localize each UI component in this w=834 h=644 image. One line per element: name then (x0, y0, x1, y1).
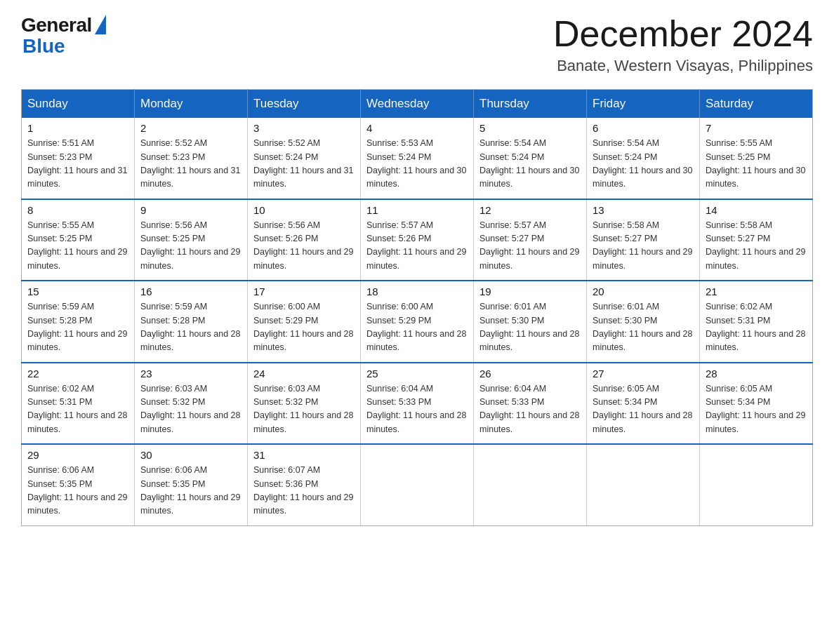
calendar-cell: 12Sunrise: 5:57 AMSunset: 5:27 PMDayligh… (474, 199, 587, 281)
day-info: Sunrise: 6:00 AMSunset: 5:29 PMDaylight:… (253, 300, 355, 355)
calendar-cell: 2Sunrise: 5:52 AMSunset: 5:23 PMDaylight… (135, 118, 248, 199)
location-subtitle: Banate, Western Visayas, Philippines (553, 57, 813, 75)
day-info: Sunrise: 5:55 AMSunset: 5:25 PMDaylight:… (706, 137, 807, 192)
calendar-cell: 21Sunrise: 6:02 AMSunset: 5:31 PMDayligh… (700, 281, 813, 363)
logo-triangle-icon (95, 15, 106, 34)
day-number: 9 (140, 204, 241, 216)
day-info: Sunrise: 6:05 AMSunset: 5:34 PMDaylight:… (706, 382, 807, 437)
day-info: Sunrise: 5:53 AMSunset: 5:24 PMDaylight:… (366, 137, 468, 192)
day-info: Sunrise: 6:00 AMSunset: 5:29 PMDaylight:… (366, 300, 468, 355)
day-info: Sunrise: 6:02 AMSunset: 5:31 PMDaylight:… (706, 300, 807, 355)
day-info: Sunrise: 6:01 AMSunset: 5:30 PMDaylight:… (479, 300, 581, 355)
day-number: 1 (27, 122, 128, 134)
day-info: Sunrise: 6:04 AMSunset: 5:33 PMDaylight:… (366, 382, 468, 437)
calendar-cell: 18Sunrise: 6:00 AMSunset: 5:29 PMDayligh… (361, 281, 474, 363)
calendar-cell: 30Sunrise: 6:06 AMSunset: 5:35 PMDayligh… (135, 444, 248, 525)
logo: General Blue (21, 14, 106, 58)
calendar-cell: 11Sunrise: 5:57 AMSunset: 5:26 PMDayligh… (361, 199, 474, 281)
day-number: 10 (253, 204, 355, 216)
day-number: 24 (253, 368, 355, 380)
calendar-cell: 17Sunrise: 6:00 AMSunset: 5:29 PMDayligh… (248, 281, 361, 363)
calendar-week-5: 29Sunrise: 6:06 AMSunset: 5:35 PMDayligh… (22, 444, 813, 525)
day-number: 25 (366, 368, 468, 380)
day-info: Sunrise: 5:56 AMSunset: 5:25 PMDaylight:… (140, 219, 241, 274)
day-number: 2 (140, 122, 241, 134)
calendar-cell: 13Sunrise: 5:58 AMSunset: 5:27 PMDayligh… (587, 199, 700, 281)
day-info: Sunrise: 5:54 AMSunset: 5:24 PMDaylight:… (593, 137, 694, 192)
logo-general-text: General (21, 14, 92, 36)
day-info: Sunrise: 6:07 AMSunset: 5:36 PMDaylight:… (253, 464, 355, 518)
calendar-cell (474, 444, 587, 525)
calendar-cell: 9Sunrise: 5:56 AMSunset: 5:25 PMDaylight… (135, 199, 248, 281)
day-info: Sunrise: 5:59 AMSunset: 5:28 PMDaylight:… (140, 300, 241, 355)
calendar-cell (700, 444, 813, 525)
calendar-cell: 25Sunrise: 6:04 AMSunset: 5:33 PMDayligh… (361, 363, 474, 445)
day-info: Sunrise: 5:51 AMSunset: 5:23 PMDaylight:… (27, 137, 128, 192)
calendar-cell (361, 444, 474, 525)
day-number: 22 (27, 368, 128, 380)
col-header-saturday: Saturday (700, 90, 813, 119)
day-info: Sunrise: 6:06 AMSunset: 5:35 PMDaylight:… (140, 464, 241, 518)
day-number: 29 (27, 449, 128, 461)
day-info: Sunrise: 5:52 AMSunset: 5:23 PMDaylight:… (140, 137, 241, 192)
col-header-thursday: Thursday (474, 90, 587, 119)
calendar-header-row: SundayMondayTuesdayWednesdayThursdayFrid… (22, 90, 813, 119)
day-number: 28 (706, 368, 807, 380)
calendar-week-1: 1Sunrise: 5:51 AMSunset: 5:23 PMDaylight… (22, 118, 813, 199)
calendar-cell: 3Sunrise: 5:52 AMSunset: 5:24 PMDaylight… (248, 118, 361, 199)
day-number: 31 (253, 449, 355, 461)
day-number: 17 (253, 286, 355, 297)
day-info: Sunrise: 5:55 AMSunset: 5:25 PMDaylight:… (27, 219, 128, 274)
calendar-cell: 10Sunrise: 5:56 AMSunset: 5:26 PMDayligh… (248, 199, 361, 281)
col-header-sunday: Sunday (22, 90, 135, 119)
logo-blue-text: Blue (22, 35, 65, 58)
calendar-cell: 7Sunrise: 5:55 AMSunset: 5:25 PMDaylight… (700, 118, 813, 199)
day-info: Sunrise: 5:56 AMSunset: 5:26 PMDaylight:… (253, 219, 355, 274)
day-info: Sunrise: 5:59 AMSunset: 5:28 PMDaylight:… (27, 300, 128, 355)
calendar-cell: 29Sunrise: 6:06 AMSunset: 5:35 PMDayligh… (22, 444, 135, 525)
day-number: 26 (479, 368, 581, 380)
day-number: 18 (366, 286, 468, 297)
day-info: Sunrise: 6:05 AMSunset: 5:34 PMDaylight:… (593, 382, 694, 437)
day-number: 12 (479, 204, 581, 216)
day-number: 15 (27, 286, 128, 297)
calendar-cell: 15Sunrise: 5:59 AMSunset: 5:28 PMDayligh… (22, 281, 135, 363)
col-header-friday: Friday (587, 90, 700, 119)
calendar-cell: 5Sunrise: 5:54 AMSunset: 5:24 PMDaylight… (474, 118, 587, 199)
col-header-wednesday: Wednesday (361, 90, 474, 119)
day-info: Sunrise: 6:06 AMSunset: 5:35 PMDaylight:… (27, 464, 128, 518)
month-year-title: December 2024 (553, 14, 813, 54)
calendar-cell: 31Sunrise: 6:07 AMSunset: 5:36 PMDayligh… (248, 444, 361, 525)
calendar-cell: 14Sunrise: 5:58 AMSunset: 5:27 PMDayligh… (700, 199, 813, 281)
day-number: 7 (706, 122, 807, 134)
calendar-cell: 6Sunrise: 5:54 AMSunset: 5:24 PMDaylight… (587, 118, 700, 199)
day-number: 14 (706, 204, 807, 216)
calendar-cell: 28Sunrise: 6:05 AMSunset: 5:34 PMDayligh… (700, 363, 813, 445)
day-number: 11 (366, 204, 468, 216)
col-header-tuesday: Tuesday (248, 90, 361, 119)
calendar-table: SundayMondayTuesdayWednesdayThursdayFrid… (21, 89, 813, 526)
day-info: Sunrise: 6:04 AMSunset: 5:33 PMDaylight:… (479, 382, 581, 437)
day-number: 27 (593, 368, 694, 380)
day-number: 16 (140, 286, 241, 297)
day-number: 8 (27, 204, 128, 216)
day-info: Sunrise: 6:01 AMSunset: 5:30 PMDaylight:… (593, 300, 694, 355)
day-info: Sunrise: 6:02 AMSunset: 5:31 PMDaylight:… (27, 382, 128, 437)
calendar-cell: 19Sunrise: 6:01 AMSunset: 5:30 PMDayligh… (474, 281, 587, 363)
calendar-cell: 1Sunrise: 5:51 AMSunset: 5:23 PMDaylight… (22, 118, 135, 199)
calendar-cell: 16Sunrise: 5:59 AMSunset: 5:28 PMDayligh… (135, 281, 248, 363)
calendar-cell: 24Sunrise: 6:03 AMSunset: 5:32 PMDayligh… (248, 363, 361, 445)
day-number: 13 (593, 204, 694, 216)
day-info: Sunrise: 5:58 AMSunset: 5:27 PMDaylight:… (706, 219, 807, 274)
calendar-cell: 23Sunrise: 6:03 AMSunset: 5:32 PMDayligh… (135, 363, 248, 445)
calendar-cell: 4Sunrise: 5:53 AMSunset: 5:24 PMDaylight… (361, 118, 474, 199)
page-header: General Blue December 2024 Banate, Weste… (21, 14, 813, 75)
calendar-cell: 20Sunrise: 6:01 AMSunset: 5:30 PMDayligh… (587, 281, 700, 363)
calendar-cell: 8Sunrise: 5:55 AMSunset: 5:25 PMDaylight… (22, 199, 135, 281)
calendar-cell: 22Sunrise: 6:02 AMSunset: 5:31 PMDayligh… (22, 363, 135, 445)
day-info: Sunrise: 6:03 AMSunset: 5:32 PMDaylight:… (253, 382, 355, 437)
calendar-cell: 27Sunrise: 6:05 AMSunset: 5:34 PMDayligh… (587, 363, 700, 445)
day-number: 20 (593, 286, 694, 297)
day-number: 21 (706, 286, 807, 297)
title-block: December 2024 Banate, Western Visayas, P… (553, 14, 813, 75)
